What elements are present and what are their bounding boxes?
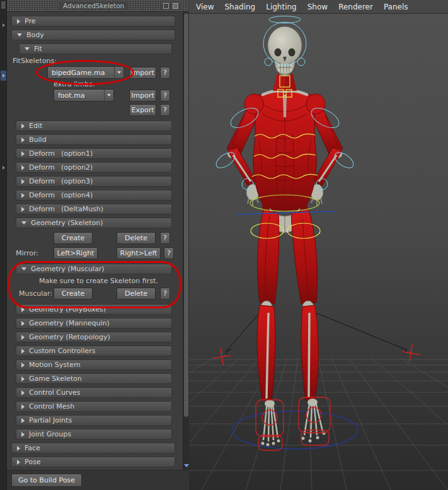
collapsed-arrow-icon — [21, 179, 25, 184]
sternum-bone — [283, 95, 287, 117]
section-header-geometry-polyboxes[interactable]: Geometry (PolyBoxes) — [16, 304, 172, 315]
collapsed-arrow-icon — [21, 432, 25, 437]
section-label: Game Skeleton — [29, 375, 82, 383]
section-header-deform-option4[interactable]: Deform (option4) — [16, 190, 172, 201]
section-header-geometry-retopology[interactable]: Geometry (Retopology) — [16, 332, 172, 342]
section-label: Custom Controllers — [29, 347, 95, 355]
section-label: Pre — [25, 17, 36, 25]
menu-shading[interactable]: Shading — [224, 3, 255, 11]
section-header-deform-option3[interactable]: Deform (option3) — [16, 176, 172, 187]
collapsed-panel-tab[interactable] — [1, 20, 6, 30]
section-header-geometry-mannequin[interactable]: Geometry (Mannequin) — [16, 318, 172, 329]
section-header-custom-controllers[interactable]: Custom Controllers — [16, 346, 172, 356]
collapsed-arrow-icon — [21, 137, 25, 143]
help-button[interactable]: ? — [160, 288, 170, 300]
section-header-game-skeleton[interactable]: Game Skeleton — [16, 373, 172, 384]
section-header-pre[interactable]: Pre — [11, 16, 175, 26]
section-header-edit[interactable]: Edit — [16, 120, 172, 131]
menu-lighting[interactable]: Lighting — [266, 3, 297, 11]
expand-arrow-icon — [3, 74, 5, 78]
extra-limbs-label: extra limbs: — [54, 80, 180, 88]
menu-show[interactable]: Show — [307, 3, 328, 11]
section-header-fit[interactable]: Fit — [19, 44, 172, 54]
section-sublabel: (option4) — [61, 191, 93, 199]
expanded-arrow-icon — [21, 221, 26, 225]
section-header-deform-deltamush[interactable]: Deform (DeltaMush) — [16, 204, 172, 214]
fitskeleton-value: bipedGame.ma — [48, 69, 114, 77]
help-button[interactable]: ? — [160, 67, 170, 79]
section-sublabel: (option1) — [61, 149, 93, 158]
create-skeleton-button[interactable]: Create — [54, 232, 93, 244]
scrollbar-thumb[interactable] — [184, 13, 188, 417]
menu-renderer[interactable]: Renderer — [338, 3, 373, 11]
panel-title: AdvancedSkeleton — [59, 2, 129, 9]
menu-panels[interactable]: Panels — [384, 3, 408, 11]
collapsed-arrow-icon — [21, 207, 25, 212]
section-sublabel: (option2) — [61, 163, 93, 172]
panel-titlebar[interactable]: AdvancedSkeleton — [7, 0, 189, 12]
collapsed-arrow-icon — [21, 165, 25, 170]
section-header-geometry-skeleton[interactable]: Geometry (Skeleton) — [16, 218, 172, 228]
create-muscular-button[interactable]: Create — [54, 288, 93, 300]
import-skeleton-button[interactable]: Import — [129, 67, 156, 79]
section-label: Deform — [29, 163, 57, 172]
extra-limbs-dropdown[interactable]: foot.ma — [54, 89, 114, 102]
viewport-panel[interactable]: View Shading Lighting Show Renderer Pane… — [189, 0, 448, 490]
collapsed-arrow-icon — [21, 193, 25, 198]
section-label: Fit — [34, 45, 42, 53]
section-header-joint-groups[interactable]: Joint Groups — [16, 429, 172, 440]
collapsed-panel-tab-active[interactable] — [1, 71, 6, 81]
advancedskeleton-panel: AdvancedSkeleton Pre Body Fit FitSkeleto… — [7, 0, 189, 490]
section-header-motion-system[interactable]: Motion System — [16, 359, 172, 370]
expand-arrow-icon — [3, 166, 5, 170]
help-button[interactable]: ? — [160, 90, 170, 102]
section-header-partial-joints[interactable]: Partial Joints — [16, 415, 172, 426]
viewport-background — [189, 14, 448, 490]
scroll-down-button[interactable] — [183, 462, 189, 469]
collapsed-arrow-icon — [21, 335, 25, 340]
collapsed-arrow-icon — [21, 307, 25, 312]
export-button[interactable]: Export — [129, 104, 156, 116]
delete-muscular-button[interactable]: Delete — [117, 288, 156, 300]
section-header-control-curves[interactable]: Control Curves — [16, 387, 172, 398]
muscular-note: Make sure to create Skeleton first. — [39, 277, 180, 285]
section-header-deform-option1[interactable]: Deform (option1) — [16, 148, 172, 159]
fitskeleton-dropdown[interactable]: bipedGame.ma — [47, 66, 124, 79]
scroll-down-arrow-icon — [184, 464, 189, 467]
section-header-pose[interactable]: Pose — [11, 457, 175, 467]
section-header-body[interactable]: Body — [11, 30, 175, 40]
section-label: Geometry (PolyBoxes) — [29, 305, 106, 313]
extra-limbs-row: foot.ma Import ? — [54, 89, 180, 102]
collapsed-panel-tab[interactable] — [1, 163, 6, 173]
mirror-label: Mirror: — [16, 249, 43, 257]
section-header-build[interactable]: Build — [16, 134, 172, 145]
right-left-button[interactable]: Right>Left — [117, 247, 161, 259]
collapsed-arrow-icon — [21, 349, 25, 354]
section-header-face[interactable]: Face — [11, 443, 175, 453]
section-header-deform-option2[interactable]: Deform (option2) — [16, 162, 172, 173]
panel-scroll-area: Pre Body Fit FitSkeletons: bipedGame.ma … — [7, 12, 183, 490]
section-label: Pose — [25, 458, 40, 466]
section-header-control-mesh[interactable]: Control Mesh — [16, 401, 172, 412]
help-button[interactable]: ? — [160, 232, 170, 244]
viewport-canvas[interactable] — [189, 14, 448, 490]
help-button[interactable]: ? — [160, 104, 170, 116]
dock-panel-icon[interactable] — [173, 3, 178, 9]
go-to-build-pose-button[interactable]: Go to Build Pose — [11, 474, 82, 487]
left-right-button[interactable]: Left>Right — [54, 247, 98, 259]
dropdown-arrow-icon — [104, 90, 113, 101]
dock-grip-icon[interactable] — [1, 1, 6, 9]
collapsed-arrow-icon — [21, 124, 25, 129]
help-button[interactable]: ? — [164, 247, 174, 259]
section-label: Deform — [29, 191, 57, 199]
section-label: Geometry (Mannequin) — [29, 319, 110, 327]
section-label: Joint Groups — [29, 430, 71, 438]
delete-skeleton-button[interactable]: Delete — [117, 232, 156, 244]
float-panel-icon[interactable] — [163, 3, 169, 9]
section-label: Geometry (Muscular) — [31, 265, 104, 273]
expanded-arrow-icon — [25, 47, 30, 50]
section-header-geometry-muscular[interactable]: Geometry (Muscular) — [16, 264, 172, 274]
panel-scrollbar[interactable] — [183, 12, 189, 470]
menu-view[interactable]: View — [196, 3, 214, 11]
import-limbs-button[interactable]: Import — [129, 90, 156, 102]
